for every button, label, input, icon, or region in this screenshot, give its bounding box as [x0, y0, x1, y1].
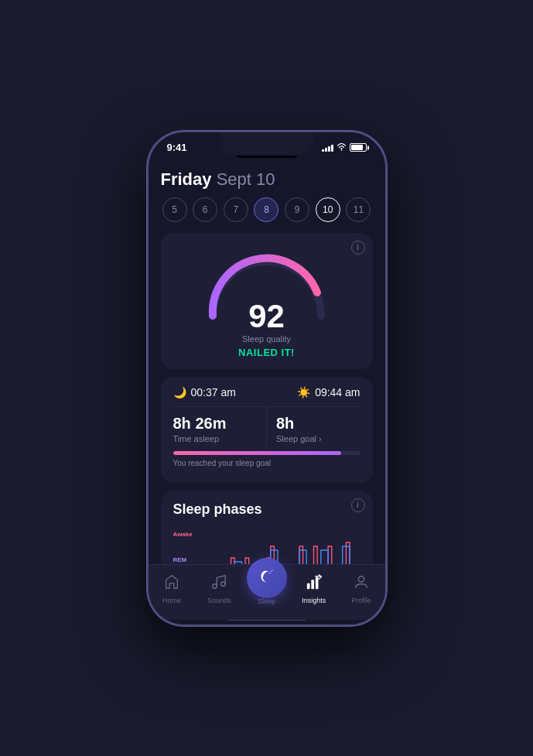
profile-label: Profile — [351, 597, 371, 604]
svg-point-1 — [213, 584, 217, 589]
progress-section: You reached your sleep goal — [173, 446, 360, 474]
progress-bar-background — [173, 451, 360, 455]
svg-rect-8 — [316, 577, 319, 590]
sleep-stats: 8h 26m Time asleep 8h Sleep goal — [173, 406, 360, 446]
svg-point-2 — [221, 582, 226, 587]
sleep-label: Sleep — [258, 597, 275, 605]
time-asleep-label: Time asleep — [173, 434, 258, 443]
svg-text:z: z — [272, 568, 273, 571]
time-asleep-stat: 8h 26m Time asleep — [173, 407, 268, 446]
time-asleep-value: 8h 26m — [173, 415, 258, 433]
svg-point-9 — [358, 576, 364, 582]
sounds-icon — [210, 573, 227, 594]
phase-labels: Awake REM Light Deep — [173, 527, 193, 564]
score-status: NAILED IT! — [238, 347, 295, 358]
progress-bar-fill — [173, 451, 342, 455]
date-part: Sept 10 — [217, 169, 275, 189]
info-button[interactable]: i — [351, 241, 365, 255]
score-display: 92 Sleep quality NAILED IT! — [238, 300, 295, 358]
bedtime-value: 00:37 am — [191, 386, 236, 399]
phone-screen: 9:41 — [149, 132, 385, 624]
score-number: 92 — [238, 300, 295, 333]
power-button — [385, 252, 387, 303]
nav-sounds[interactable]: Sounds — [196, 573, 243, 604]
gauge-container: 92 Sleep quality NAILED IT! — [173, 244, 360, 361]
wifi-icon — [337, 143, 347, 152]
profile-icon — [353, 573, 370, 594]
score-label: Sleep quality — [238, 334, 295, 344]
home-indicator — [149, 620, 385, 624]
nav-insights[interactable]: Insights — [290, 573, 337, 604]
progress-note: You reached your sleep goal — [173, 459, 360, 467]
sleep-goal-value: 8h — [276, 415, 360, 433]
nav-sleep[interactable]: z z z Sleep — [243, 573, 290, 605]
sounds-label: Sounds — [207, 597, 231, 604]
insights-label: Insights — [302, 597, 326, 604]
dynamic-island — [232, 139, 302, 158]
hour-selector[interactable]: 5 6 7 8 9 10 11 — [161, 197, 373, 222]
svg-rect-6 — [307, 583, 310, 589]
sleep-center-icon: z z z — [256, 566, 278, 590]
hour-item-9[interactable]: 9 — [285, 197, 309, 222]
date-title: Friday Sept 10 — [161, 169, 373, 190]
sleep-quality-card: i — [161, 233, 373, 369]
sleep-center-button[interactable]: z z z — [247, 558, 287, 598]
insights-icon — [306, 573, 323, 594]
hour-item-6[interactable]: 6 — [193, 197, 217, 222]
status-icons — [322, 143, 367, 152]
status-time: 9:41 — [167, 142, 187, 153]
phases-title: Sleep phases — [173, 501, 360, 518]
nav-profile[interactable]: Profile — [337, 573, 384, 604]
hour-item-7[interactable]: 7 — [224, 197, 248, 222]
phone-frame: 9:41 — [147, 131, 387, 626]
sleep-goal-stat[interactable]: 8h Sleep goal — [267, 407, 360, 446]
rem-label: REM — [173, 556, 193, 563]
svg-point-0 — [340, 149, 342, 151]
awake-label: Awake — [173, 531, 193, 538]
hour-item-10[interactable]: 10 — [316, 197, 340, 222]
hour-item-11[interactable]: 11 — [346, 197, 371, 222]
bottom-nav: Home Sounds — [149, 564, 385, 620]
bedtime-item: 🌙 00:37 am — [173, 386, 236, 399]
battery-icon — [350, 143, 367, 152]
phases-info-button[interactable]: i — [351, 498, 365, 512]
screen-content[interactable]: Friday Sept 10 5 6 7 8 9 10 11 i — [149, 157, 385, 564]
signal-icon — [322, 144, 333, 152]
sleep-phases-card: i Sleep phases Awake REM Light Deep — [161, 491, 373, 564]
status-bar: 9:41 — [149, 132, 385, 157]
day-name: Friday — [161, 169, 212, 189]
moon-icon: 🌙 — [173, 386, 186, 399]
sleep-goal-label: Sleep goal — [276, 434, 360, 443]
sleep-time-card: 🌙 00:37 am ☀️ 09:44 am 8h 26m Time aslee… — [161, 377, 373, 483]
nav-home[interactable]: Home — [149, 573, 196, 604]
sun-icon: ☀️ — [297, 386, 310, 399]
phone-wrapper: 9:41 — [143, 127, 391, 630]
sleep-times: 🌙 00:37 am ☀️ 09:44 am — [173, 386, 360, 399]
wakeup-value: 09:44 am — [315, 386, 360, 399]
phases-chart-svg — [195, 527, 360, 564]
wakeup-item: ☀️ 09:44 am — [297, 386, 360, 399]
chart-area: 9 10 11 12 1 2 3 4 5 6 — [195, 527, 360, 564]
hour-item-8[interactable]: 8 — [254, 197, 278, 222]
home-label: Home — [162, 597, 181, 604]
hour-item-5[interactable]: 5 — [162, 197, 187, 222]
date-header: Friday Sept 10 — [161, 169, 373, 190]
svg-rect-7 — [311, 580, 314, 589]
home-icon — [163, 573, 180, 594]
